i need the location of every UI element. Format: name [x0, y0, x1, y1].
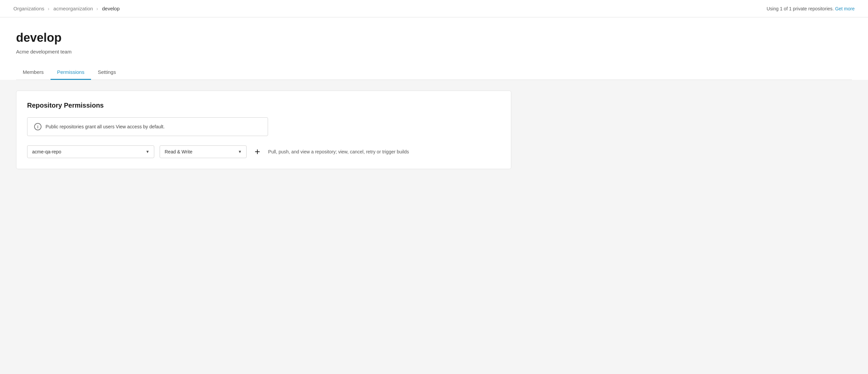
permission-dropdown[interactable]: Read & Write Read Only Admin No Access [160, 145, 247, 158]
page-subtitle: Acme development team [16, 49, 852, 55]
tab-members[interactable]: Members [16, 65, 51, 80]
tab-permissions[interactable]: Permissions [51, 65, 91, 80]
tab-settings[interactable]: Settings [91, 65, 122, 80]
repo-dropdown-wrapper: acme-qa-repo acme-main-repo acme-fronten… [27, 145, 154, 158]
info-box: i Public repositories grant all users Vi… [27, 117, 268, 136]
usage-info: Using 1 of 1 private repositories. Get m… [767, 6, 855, 11]
get-more-link[interactable]: Get more [835, 6, 855, 11]
breadcrumb: Organizations acmeorganization develop [13, 6, 124, 11]
add-permission-button[interactable]: + [252, 146, 263, 158]
usage-text: Using 1 of 1 private repositories. [767, 6, 834, 11]
permission-description: Pull, push, and view a repository; view,… [268, 149, 409, 155]
top-nav: Organizations acmeorganization develop U… [0, 0, 868, 18]
card-title: Repository Permissions [27, 102, 500, 109]
repo-row: acme-qa-repo acme-main-repo acme-fronten… [27, 145, 500, 158]
info-message: Public repositories grant all users View… [45, 124, 165, 129]
breadcrumb-develop[interactable]: develop [102, 6, 124, 11]
breadcrumb-acmeorganization[interactable]: acmeorganization [54, 6, 102, 11]
info-icon: i [34, 123, 41, 130]
page-title: develop [16, 31, 852, 45]
content-section: Repository Permissions i Public reposito… [0, 80, 868, 280]
repo-dropdown[interactable]: acme-qa-repo acme-main-repo acme-fronten… [27, 145, 154, 158]
permissions-card: Repository Permissions i Public reposito… [16, 91, 511, 169]
breadcrumb-organizations[interactable]: Organizations [13, 6, 54, 11]
permission-dropdown-wrapper: Read & Write Read Only Admin No Access ▼ [160, 145, 247, 158]
tabs: Members Permissions Settings [16, 65, 852, 80]
main-content: develop Acme development team Members Pe… [0, 18, 868, 80]
